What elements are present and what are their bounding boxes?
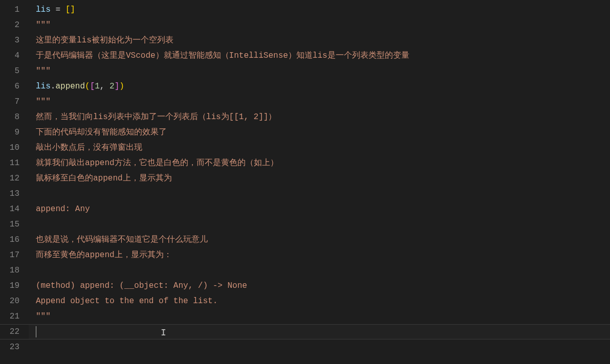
code-line[interactable]: """ — [29, 94, 610, 109]
line-number: 12 — [0, 171, 19, 186]
line-number: 14 — [0, 201, 19, 217]
paren-token: ( — [85, 82, 90, 91]
code-line[interactable]: append: Any — [29, 201, 610, 217]
line-number: 21 — [0, 309, 19, 324]
string-token: 而移至黄色的append上，显示其为： — [36, 251, 172, 260]
code-line[interactable]: lis.append([1, 2]) — [29, 79, 610, 94]
string-token: 然而，当我们向lis列表中添加了一个列表后（lis为[[1, 2]]） — [36, 112, 276, 122]
bracket-token: [ — [66, 5, 71, 14]
string-token: 也就是说，代码编辑器不知道它是个什么玩意儿 — [36, 235, 208, 244]
punct-token: . — [51, 82, 56, 91]
line-number: 5 — [0, 63, 19, 79]
number-token: 1 — [95, 82, 100, 91]
code-area[interactable]: lis = [] """ 这里的变量lis被初始化为一个空列表 于是代码编辑器（… — [29, 2, 610, 364]
line-number: 6 — [0, 79, 19, 94]
line-number: 1 — [0, 2, 19, 17]
code-line[interactable] — [29, 263, 610, 278]
variable-token: lis — [36, 82, 51, 91]
code-line[interactable]: 然而，当我们向lis列表中添加了一个列表后（lis为[[1, 2]]） — [29, 109, 610, 125]
line-number: 8 — [0, 109, 19, 125]
line-number: 7 — [0, 94, 19, 109]
line-number: 11 — [0, 155, 19, 171]
line-number: 19 — [0, 278, 19, 293]
code-line[interactable]: 而移至黄色的append上，显示其为： — [29, 247, 610, 263]
code-line[interactable]: Append object to the end of the list. — [29, 293, 610, 309]
code-line[interactable]: """ — [29, 309, 610, 324]
code-line[interactable] — [29, 339, 610, 355]
code-line[interactable]: (method) append: (__object: Any, /) -> N… — [29, 278, 610, 293]
line-number: 15 — [0, 217, 19, 232]
string-token: 就算我们敲出append方法，它也是白色的，而不是黄色的（如上） — [36, 158, 278, 168]
line-number-gutter: 1 2 3 4 5 6 7 8 9 10 11 12 13 14 15 16 1… — [0, 2, 29, 364]
string-token: """ — [36, 312, 51, 321]
code-line[interactable]: 于是代码编辑器（这里是VScode）就通过智能感知（IntelliSense）知… — [29, 48, 610, 63]
code-line[interactable]: 就算我们敲出append方法，它也是白色的，而不是黄色的（如上） — [29, 155, 610, 171]
string-token: 这里的变量lis被初始化为一个空列表 — [36, 36, 173, 45]
code-line[interactable]: 敲出小数点后，没有弹窗出现 — [29, 140, 610, 155]
bracket-token: ] — [115, 82, 120, 91]
string-token: 敲出小数点后，没有弹窗出现 — [36, 143, 142, 152]
line-number: 18 — [0, 263, 19, 278]
line-number: 20 — [0, 293, 19, 309]
operator-token: = — [51, 5, 66, 14]
paren-token: ) — [119, 82, 124, 91]
method-token: append — [55, 82, 85, 91]
string-token: append: Any — [36, 204, 90, 214]
string-token: (method) append: (__object: Any, /) -> N… — [36, 281, 247, 290]
bracket-token: ] — [70, 5, 75, 14]
code-editor[interactable]: 1 2 3 4 5 6 7 8 9 10 11 12 13 14 15 16 1… — [0, 0, 610, 364]
line-number: 17 — [0, 247, 19, 263]
punct-token: , — [100, 82, 110, 91]
code-line[interactable]: """ — [29, 17, 610, 33]
line-number: 13 — [0, 186, 19, 201]
number-token: 2 — [110, 82, 115, 91]
code-line-active[interactable] — [29, 324, 610, 339]
variable-token: lis — [36, 5, 51, 14]
bracket-token: [ — [90, 82, 95, 91]
line-number: 22 — [0, 324, 19, 339]
code-line[interactable]: """ — [29, 63, 610, 79]
string-token: 下面的代码却没有智能感知的效果了 — [36, 128, 167, 137]
code-line[interactable]: 这里的变量lis被初始化为一个空列表 — [29, 33, 610, 48]
string-token: Append object to the end of the list. — [36, 297, 217, 306]
line-number: 16 — [0, 232, 19, 247]
line-number: 10 — [0, 140, 19, 155]
line-number: 23 — [0, 339, 19, 355]
line-number: 9 — [0, 125, 19, 140]
text-cursor — [36, 326, 36, 337]
string-token: """ — [36, 66, 51, 76]
line-number: 2 — [0, 17, 19, 33]
code-line[interactable] — [29, 186, 610, 201]
string-token: """ — [36, 97, 51, 106]
string-token: 鼠标移至白色的append上，显示其为 — [36, 174, 172, 183]
line-number: 4 — [0, 48, 19, 63]
line-number: 3 — [0, 33, 19, 48]
string-token: 于是代码编辑器（这里是VScode）就通过智能感知（IntelliSense）知… — [36, 51, 409, 60]
code-line[interactable]: 也就是说，代码编辑器不知道它是个什么玩意儿 — [29, 232, 610, 247]
code-line[interactable]: lis = [] — [29, 2, 610, 17]
string-token: """ — [36, 20, 51, 30]
code-line[interactable]: 鼠标移至白色的append上，显示其为 — [29, 171, 610, 186]
code-line[interactable] — [29, 217, 610, 232]
code-line[interactable]: 下面的代码却没有智能感知的效果了 — [29, 125, 610, 140]
